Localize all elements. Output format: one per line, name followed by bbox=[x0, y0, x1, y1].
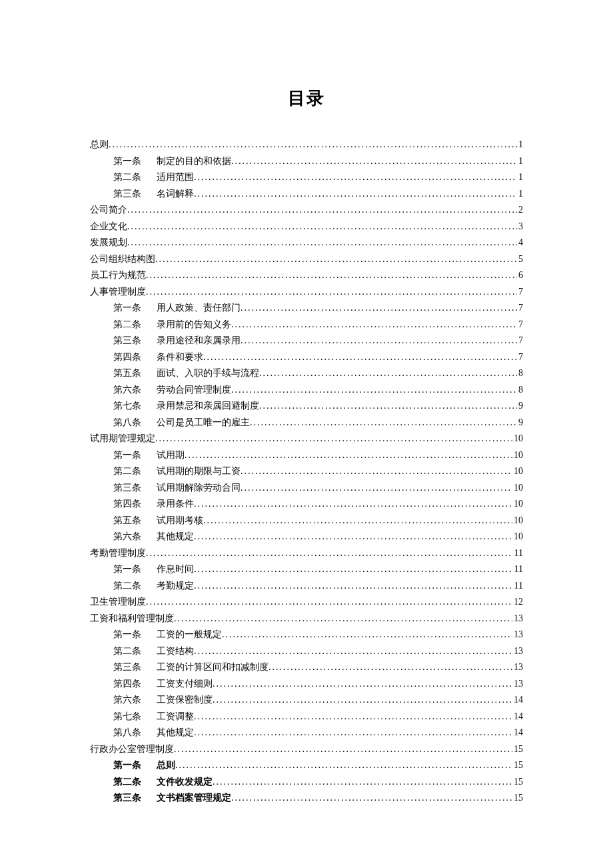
toc-leader-dots bbox=[241, 463, 512, 480]
toc-entry: 行政办公室管理制度15 bbox=[90, 741, 523, 758]
toc-entry-text: 录用前的告知义务 bbox=[157, 317, 231, 333]
toc-entry-text: 公司是员工唯一的雇主 bbox=[157, 415, 250, 431]
toc-entry-label: 第八条 bbox=[113, 415, 150, 431]
toc-entry: 公司简介2 bbox=[90, 202, 523, 219]
toc-entry: 总则1 bbox=[90, 137, 523, 153]
toc-entry: 卫生管理制度12 bbox=[90, 594, 523, 611]
toc-entry: 第四条工资支付细则13 bbox=[90, 676, 523, 693]
toc-entry-page: 13 bbox=[512, 643, 523, 660]
toc-entry-page: 8 bbox=[517, 365, 523, 382]
toc-entry-page: 11 bbox=[513, 545, 523, 562]
toc-leader-dots bbox=[127, 219, 517, 235]
toc-entry-label: 第四条 bbox=[113, 349, 150, 366]
toc-entry-text: 行政办公室管理制度 bbox=[90, 741, 174, 758]
toc-leader-dots bbox=[241, 480, 512, 497]
toc-entry-page: 8 bbox=[517, 382, 523, 399]
toc-leader-dots bbox=[250, 415, 517, 431]
toc-entry: 第六条工资保密制度14 bbox=[90, 692, 523, 709]
toc-entry-page: 10 bbox=[512, 513, 523, 529]
toc-entry-page: 7 bbox=[517, 284, 523, 301]
toc-entry: 第二条文件收发规定15 bbox=[90, 774, 523, 791]
toc-entry: 员工行为规范6 bbox=[90, 267, 523, 284]
toc-entry-label: 第七条 bbox=[113, 709, 150, 725]
toc-entry-label: 第六条 bbox=[113, 529, 150, 545]
toc-entry-text: 录用条件 bbox=[157, 496, 194, 513]
toc-leader-dots bbox=[231, 790, 512, 807]
toc-entry-text: 文件收发规定 bbox=[157, 774, 213, 791]
toc-entry-page: 12 bbox=[512, 594, 523, 611]
toc-entry-page: 4 bbox=[517, 235, 523, 251]
toc-leader-dots bbox=[194, 725, 512, 741]
toc-entry-page: 1 bbox=[517, 186, 523, 203]
toc-entry-text: 试用期 bbox=[157, 447, 185, 464]
toc-entry-text: 考勤规定 bbox=[157, 578, 194, 595]
toc-leader-dots bbox=[155, 431, 512, 447]
toc-entry: 工资和福利管理制度13 bbox=[90, 611, 523, 627]
toc-entry: 第八条其他规定14 bbox=[90, 725, 523, 741]
toc-entry-text: 试用期管理规定 bbox=[90, 431, 155, 447]
toc-entry: 公司组织结构图5 bbox=[90, 251, 523, 268]
toc-entry-label: 第二条 bbox=[113, 578, 150, 595]
toc-leader-dots bbox=[194, 643, 512, 660]
toc-entry-text: 工资结构 bbox=[157, 643, 194, 660]
toc-entry-label: 第一条 bbox=[113, 447, 150, 464]
toc-entry-label: 第三条 bbox=[113, 659, 150, 676]
toc-entry-label: 第五条 bbox=[113, 365, 150, 382]
toc-entry-page: 10 bbox=[512, 496, 523, 513]
toc-leader-dots bbox=[174, 611, 512, 627]
toc-entry-label: 第六条 bbox=[113, 692, 150, 709]
toc-leader-dots bbox=[109, 137, 517, 153]
toc-leader-dots bbox=[203, 349, 517, 366]
toc-leader-dots bbox=[194, 186, 517, 203]
toc-leader-dots bbox=[213, 676, 512, 693]
toc-entry: 第七条工资调整14 bbox=[90, 709, 523, 725]
toc-entry-text: 发展规划 bbox=[90, 235, 127, 251]
toc-entry: 试用期管理规定10 bbox=[90, 431, 523, 447]
toc-entry: 第三条录用途径和亲属录用7 bbox=[90, 333, 523, 349]
toc-entry-label: 第一条 bbox=[113, 627, 150, 643]
toc-entry-text: 录用禁忌和亲属回避制度 bbox=[157, 398, 259, 415]
toc-entry-page: 13 bbox=[512, 676, 523, 693]
toc-leader-dots bbox=[127, 202, 517, 219]
toc-entry-page: 13 bbox=[512, 659, 523, 676]
toc-entry-page: 3 bbox=[517, 219, 523, 235]
toc-entry-page: 10 bbox=[512, 431, 523, 447]
toc-entry-page: 7 bbox=[517, 349, 523, 366]
toc-entry: 第四条条件和要求7 bbox=[90, 349, 523, 366]
toc-entry: 第一条总则15 bbox=[90, 757, 523, 774]
toc-leader-dots bbox=[203, 513, 512, 529]
toc-leader-dots bbox=[146, 267, 517, 284]
toc-leader-dots bbox=[194, 169, 517, 186]
toc-entry-label: 第六条 bbox=[113, 382, 150, 399]
toc-entry: 第一条用人政策、责任部门7 bbox=[90, 300, 523, 317]
toc-entry: 第三条试用期解除劳动合同10 bbox=[90, 480, 523, 497]
toc-entry-page: 15 bbox=[512, 774, 523, 791]
toc-entry-page: 15 bbox=[512, 790, 523, 807]
document-title: 目录 bbox=[90, 87, 523, 110]
toc-entry-label: 第一条 bbox=[113, 561, 150, 578]
toc-entry-page: 13 bbox=[512, 627, 523, 643]
toc-entry-page: 14 bbox=[512, 725, 523, 741]
toc-entry: 人事管理制度7 bbox=[90, 284, 523, 301]
toc-leader-dots bbox=[185, 447, 512, 464]
toc-entry-label: 第四条 bbox=[113, 676, 150, 693]
table-of-contents: 总则1第一条制定的目的和依据1第二条适用范围1第三条名词解释1公司简介2企业文化… bbox=[90, 137, 523, 807]
toc-leader-dots bbox=[146, 594, 512, 611]
toc-leader-dots bbox=[146, 284, 517, 301]
toc-entry-text: 适用范围 bbox=[157, 169, 194, 186]
toc-entry-text: 录用途径和亲属录用 bbox=[157, 333, 241, 349]
toc-entry-text: 人事管理制度 bbox=[90, 284, 146, 301]
toc-entry-text: 制定的目的和依据 bbox=[157, 153, 231, 170]
toc-entry-label: 第二条 bbox=[113, 643, 150, 660]
toc-entry-text: 条件和要求 bbox=[157, 349, 203, 366]
toc-entry-page: 10 bbox=[512, 463, 523, 480]
toc-entry-label: 第二条 bbox=[113, 317, 150, 333]
toc-entry: 第二条试用期的期限与工资10 bbox=[90, 463, 523, 480]
toc-entry-page: 15 bbox=[512, 757, 523, 774]
toc-entry-label: 第七条 bbox=[113, 398, 150, 415]
toc-entry: 第四条录用条件10 bbox=[90, 496, 523, 513]
toc-entry: 第五条面试、入职的手续与流程8 bbox=[90, 365, 523, 382]
toc-entry-text: 其他规定 bbox=[157, 725, 194, 741]
toc-entry-page: 6 bbox=[517, 267, 523, 284]
toc-leader-dots bbox=[127, 235, 517, 251]
